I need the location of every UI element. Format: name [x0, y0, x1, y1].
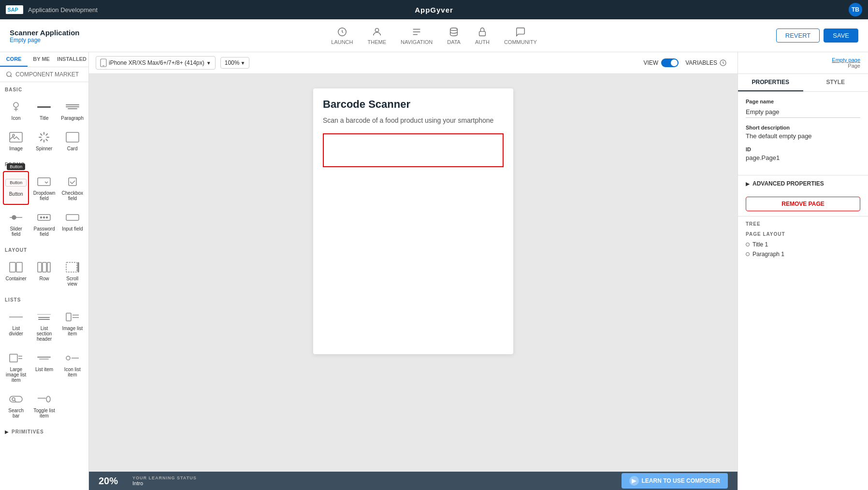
nav-auth-label: AUTH: [475, 39, 490, 45]
nav-navigation-label: NAVIGATION: [401, 39, 433, 45]
save-button[interactable]: SAVE: [824, 29, 858, 43]
rp-tab-style[interactable]: STYLE: [803, 74, 868, 91]
comp-dropdown[interactable]: Dropdown field: [31, 171, 57, 205]
comp-slider-label: Slider field: [5, 226, 27, 237]
layout-grid: Container Row Scroll view: [0, 255, 88, 292]
zoom-selector[interactable]: 100% ▼: [220, 57, 250, 69]
page-info: Scanner Application Empty page: [10, 28, 79, 43]
comp-listsection[interactable]: List section header: [31, 306, 57, 346]
comp-listdivider-label: List divider: [5, 326, 27, 336]
comp-togglelist-preview: [35, 392, 53, 406]
tree-item-paragraph1[interactable]: Paragraph 1: [746, 249, 860, 259]
svg-rect-23: [43, 262, 46, 272]
progress-percentage: 20%: [99, 476, 118, 487]
comp-listitem-preview: [35, 351, 53, 365]
svg-point-3: [375, 28, 378, 31]
revert-button[interactable]: REVERT: [776, 29, 820, 43]
comp-image-label: Image: [9, 146, 23, 151]
comp-row-preview: [35, 260, 53, 274]
nav-auth[interactable]: AUTH: [475, 27, 490, 45]
remove-page-button[interactable]: REMOVE PAGE: [746, 197, 860, 211]
learning-status-value: Intro: [132, 480, 197, 486]
advanced-properties[interactable]: ▶ ADVANCED PROPERTIES: [738, 175, 868, 192]
comp-button-preview: Button: [7, 176, 25, 189]
comp-listitem[interactable]: List item: [31, 347, 57, 387]
comp-searchbar-label: Search bar: [5, 408, 27, 418]
nav-navigation[interactable]: NAVIGATION: [401, 27, 433, 45]
learn-arrow-icon: ▶: [629, 476, 639, 486]
comp-card-preview: [64, 130, 81, 144]
comp-dropdown-preview: [35, 175, 53, 188]
comp-scrollview-label: Scroll view: [61, 276, 84, 287]
comp-row[interactable]: Row: [31, 257, 57, 290]
nav-theme[interactable]: THEME: [368, 27, 387, 45]
appgyver-title: AppGyver: [415, 6, 453, 14]
phone-icon: [100, 58, 107, 67]
page-name-input[interactable]: [746, 106, 860, 118]
comp-paragraph[interactable]: Paragraph: [59, 96, 86, 125]
selected-component-box[interactable]: [323, 133, 504, 167]
comp-title-preview: [35, 100, 53, 114]
nav-launch[interactable]: LAUNCH: [331, 27, 353, 45]
tree-item-title1[interactable]: Title 1: [746, 240, 860, 249]
view-toggle-switch[interactable]: [661, 58, 679, 67]
comp-iconlist-preview: [64, 351, 81, 365]
svg-line-38: [14, 400, 16, 402]
secondary-nav: Scanner Application Empty page LAUNCH TH…: [0, 19, 868, 52]
comp-scrollview[interactable]: Scroll view: [59, 257, 86, 290]
properties-section: Page name Short description The default …: [738, 92, 868, 175]
rp-tab-properties[interactable]: PROPERTIES: [738, 74, 803, 91]
nav-items: LAUNCH THEME NAVIGATION DATA AUTH COMMUN…: [331, 27, 536, 45]
page-sub[interactable]: Empty page: [10, 36, 79, 43]
nav-data-label: DATA: [447, 39, 461, 45]
tab-byme[interactable]: BY ME: [28, 52, 55, 67]
comp-input[interactable]: Input field: [59, 207, 86, 241]
button-preview-box: Button: [5, 179, 27, 187]
comp-listdivider-preview: [7, 310, 25, 324]
comp-title[interactable]: Title: [31, 96, 57, 125]
tab-core[interactable]: CORE: [0, 52, 28, 67]
comp-button[interactable]: Button Button Button: [3, 171, 29, 205]
search-icon: [6, 71, 13, 78]
right-top-info: Empty page Page: [738, 52, 868, 74]
comp-paragraph-preview: [64, 100, 81, 114]
nav-community[interactable]: COMMUNITY: [504, 27, 537, 45]
lists-grid: List divider List section header Image l…: [0, 304, 88, 424]
breadcrumb-link[interactable]: Empty page: [832, 57, 860, 63]
comp-spinner[interactable]: Spinner: [31, 127, 57, 155]
svg-rect-20: [10, 262, 15, 272]
comp-iconlist[interactable]: Icon list item: [59, 347, 86, 387]
comp-listdivider[interactable]: List divider: [3, 306, 29, 346]
comp-image[interactable]: Image: [3, 127, 29, 155]
tab-installed[interactable]: INSTALLED: [55, 52, 88, 67]
id-value: page.Page1: [746, 154, 860, 161]
device-selector[interactable]: iPhone XR/XS Max/6+/7+/8+ (414px) ▼: [96, 56, 216, 70]
svg-rect-40: [46, 396, 50, 402]
left-panel: CORE BY ME INSTALLED COMPONENT MARKET BA…: [0, 52, 89, 490]
learn-button[interactable]: ▶ LEARN TO USE COMPOSER: [622, 473, 728, 489]
comp-checkbox[interactable]: Checkbox field: [59, 171, 86, 205]
comp-icon[interactable]: Icon: [3, 96, 29, 125]
tree-item-title1-label: Title 1: [752, 241, 768, 248]
user-avatar[interactable]: TB: [849, 3, 862, 16]
svg-point-6: [7, 72, 11, 76]
component-market[interactable]: COMPONENT MARKET: [0, 67, 88, 82]
svg-point-4: [450, 28, 458, 30]
svg-rect-26: [78, 262, 79, 272]
svg-point-14: [12, 216, 16, 219]
comp-togglelist[interactable]: Toggle list item: [31, 389, 57, 422]
variables-button[interactable]: VARIABLES: [681, 57, 731, 69]
comp-container[interactable]: Container: [3, 257, 29, 290]
comp-password[interactable]: Password field: [31, 207, 57, 241]
nav-data[interactable]: DATA: [447, 27, 461, 45]
tree-item-paragraph1-label: Paragraph 1: [752, 251, 784, 258]
comp-slider[interactable]: Slider field: [3, 207, 29, 241]
svg-rect-12: [69, 178, 76, 186]
comp-imagelist[interactable]: Image list item: [59, 306, 86, 346]
primitives-section[interactable]: ▶ PRIMITIVES: [0, 424, 88, 436]
comp-largeimage[interactable]: Large image list item: [3, 347, 29, 387]
svg-rect-21: [16, 262, 22, 272]
comp-largeimage-preview: [7, 351, 25, 365]
comp-searchbar[interactable]: Search bar: [3, 389, 29, 422]
comp-card[interactable]: Card: [59, 127, 86, 155]
